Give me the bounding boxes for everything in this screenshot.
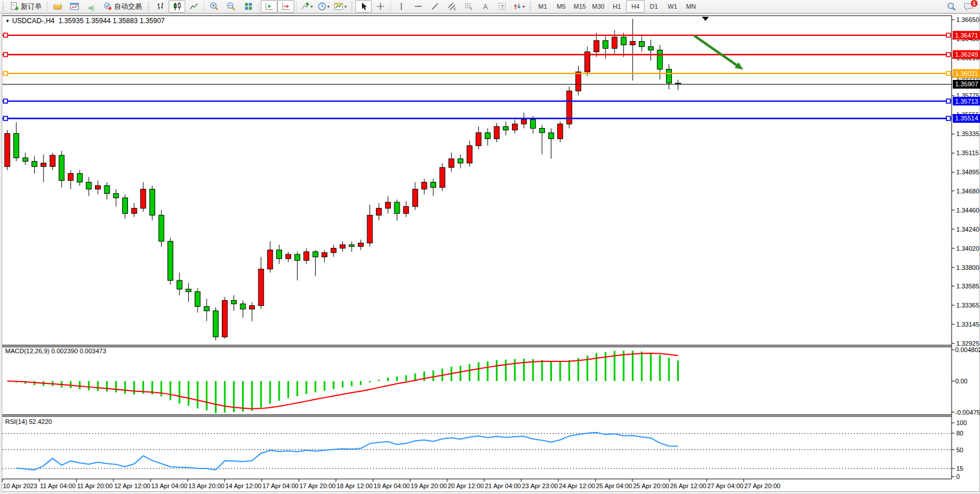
candle-bearish [666, 69, 671, 83]
candle-bullish [494, 127, 499, 139]
auto-scroll-button[interactable] [261, 0, 277, 13]
price-tick-label: 1.34020 [956, 245, 979, 252]
price-chart: 1.366501.364301.362101.359901.357751.355… [0, 0, 980, 494]
indicators-button[interactable]: ▾ [298, 0, 315, 13]
toolbar-grip[interactable] [529, 2, 532, 11]
candle-bearish [394, 202, 400, 214]
timeframe-m15[interactable]: M15 [571, 0, 589, 13]
candle-bearish [675, 83, 681, 85]
svg-text:1.36249: 1.36249 [955, 51, 978, 58]
candle-bullish [268, 250, 273, 269]
timeframe-h4[interactable]: H4 [626, 0, 645, 13]
channel-button[interactable]: E [443, 0, 460, 13]
indicators-icon [301, 2, 310, 11]
price-tick-label: 1.33800 [956, 264, 979, 271]
periods-button[interactable]: ▾ [315, 0, 332, 13]
timeframe-mn[interactable]: MN [682, 0, 700, 13]
price-line-flag: 1.36031 [953, 69, 980, 78]
candle-bearish [159, 215, 164, 241]
text-label-button[interactable]: T [493, 0, 510, 13]
candlestick-button[interactable] [169, 0, 185, 13]
candle-bullish [68, 174, 74, 181]
signals-icon [87, 2, 96, 11]
time-tick-label: 24 Apr 12:00 [559, 482, 595, 489]
cursor-button[interactable] [355, 0, 372, 13]
time-tick-label: 19 Apr 04:00 [374, 482, 409, 489]
horizontal-line-object[interactable] [2, 116, 952, 120]
time-tick-label: 17 Apr 20:00 [299, 482, 335, 489]
arrow-annotation[interactable] [694, 36, 744, 70]
horizontal-line-object[interactable] [2, 71, 952, 75]
notifications-button[interactable]: 1 [960, 0, 977, 13]
price-tick-label: 1.36650 [956, 16, 979, 23]
time-tick-label: 13 Apr 04:00 [151, 482, 187, 489]
candle-bearish [59, 155, 64, 181]
autotrading-button[interactable]: 自动交易 [100, 0, 145, 13]
candle-bullish [630, 42, 635, 45]
fibonacci-button[interactable]: F [460, 0, 477, 13]
time-tick-label: 27 Apr 20:00 [744, 482, 780, 489]
text-label-icon: T [498, 2, 507, 11]
svg-text:A: A [483, 3, 488, 11]
timeframe-h1[interactable]: H1 [608, 0, 626, 13]
timeframe-m30[interactable]: M30 [589, 0, 608, 13]
horizontal-line-object[interactable] [2, 99, 952, 103]
svg-text:1.36471: 1.36471 [955, 32, 978, 39]
text-button[interactable]: A [477, 0, 493, 13]
toolbar-grip[interactable] [147, 2, 150, 11]
price-tick-label: 1.34240 [956, 226, 979, 233]
vertical-line-icon [397, 2, 406, 11]
market-watch-icon [53, 2, 63, 11]
candle-bearish [621, 37, 626, 45]
timeframe-m1[interactable]: M1 [533, 0, 552, 13]
chart-shift-button[interactable] [277, 0, 294, 13]
new-chart-button[interactable] [66, 0, 83, 13]
search-button[interactable] [943, 0, 960, 13]
tile-windows-button[interactable] [240, 0, 257, 13]
toolbar-grip[interactable] [2, 2, 5, 11]
arrows-button[interactable]: ▾ [510, 0, 527, 13]
price-line-flag: 1.36249 [953, 50, 980, 59]
rsi-line [16, 433, 678, 470]
arrows-icon [513, 2, 522, 11]
time-tick-label: 23 Apr 23:00 [522, 482, 558, 489]
price-tick-label: 1.35335 [956, 130, 979, 137]
timeframe-w1[interactable]: W1 [663, 0, 682, 13]
time-axis: 10 Apr 202311 Apr 04:0011 Apr 20:0012 Ap… [2, 479, 780, 489]
horizontal-line-button[interactable] [409, 0, 426, 13]
line-handle [3, 71, 8, 75]
rsi-tick-label: 0 [956, 473, 960, 480]
zoom-out-icon [226, 2, 236, 11]
vertical-line-button[interactable] [393, 0, 409, 13]
candle-bullish [286, 254, 291, 259]
candle-bearish [149, 189, 155, 215]
zoom-in-button[interactable] [206, 0, 223, 13]
timeframe-m5[interactable]: M5 [552, 0, 571, 13]
search-icon [946, 2, 957, 12]
chevron-down-icon: ▾ [327, 4, 330, 9]
candle-bullish [141, 189, 146, 208]
timeframe-d1[interactable]: D1 [645, 0, 663, 13]
candle-bullish [521, 120, 526, 125]
new-order-button[interactable]: 新订单 [6, 0, 45, 13]
candle-bearish [23, 158, 28, 162]
horizontal-line-object[interactable] [2, 53, 952, 57]
signals-button[interactable] [83, 0, 100, 13]
templates-button[interactable]: ▾ [332, 0, 349, 13]
candle-bearish [548, 133, 554, 139]
price-tick-label: 1.33145 [956, 321, 979, 328]
rsi-tick-label: 80 [956, 430, 963, 437]
zoom-out-button[interactable] [223, 0, 240, 13]
candle-bullish [467, 146, 472, 163]
chevron-down-icon: ▾ [522, 4, 525, 9]
toolbar-grip[interactable] [350, 2, 353, 11]
trendline-button[interactable] [426, 0, 443, 13]
chart-shift-marker[interactable] [702, 17, 709, 21]
line-handle [3, 53, 8, 57]
candle-bullish [5, 134, 10, 167]
crosshair-button[interactable] [372, 0, 389, 13]
bar-chart-button[interactable] [152, 0, 169, 13]
horizontal-line-object[interactable] [2, 33, 952, 37]
line-chart-button[interactable] [185, 0, 202, 13]
market-watch-button[interactable] [49, 0, 66, 13]
